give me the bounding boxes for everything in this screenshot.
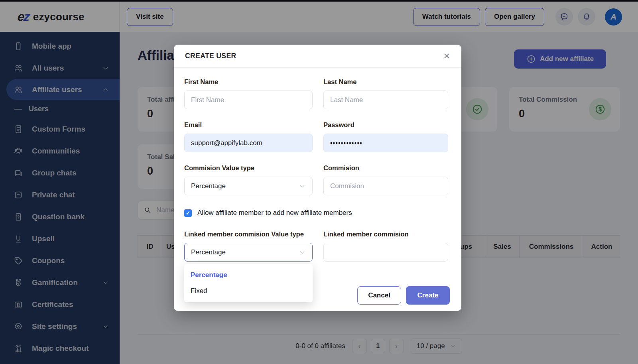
chevron-down-icon xyxy=(299,183,306,190)
allow-affiliate-label: Allow affiliate member to add new affili… xyxy=(197,209,352,217)
cancel-button[interactable]: Cancel xyxy=(357,286,401,305)
first-name-field: First Name xyxy=(184,78,313,109)
modal-footer: Cancel Create xyxy=(357,286,450,305)
linked-commission-label: Linked member commision xyxy=(323,230,448,238)
app-window: ez ezycourse Visit site Watch tutorials … xyxy=(0,0,638,364)
linked-type-select[interactable]: Percentage xyxy=(184,243,313,262)
allow-affiliate-checkbox[interactable]: ✓ xyxy=(184,209,192,217)
close-icon[interactable]: ✕ xyxy=(443,51,450,61)
linked-type-label: Linked member commision Value type xyxy=(184,230,313,238)
first-name-input[interactable] xyxy=(184,91,313,109)
password-field: Password •••••••••••• xyxy=(323,121,448,152)
dropdown-option-fixed[interactable]: Fixed xyxy=(184,283,313,299)
linked-commission-field: Linked member commision xyxy=(323,230,448,262)
create-user-modal: CREATE USER ✕ First Name Last Name Email… xyxy=(174,45,461,311)
create-button[interactable]: Create xyxy=(406,286,450,305)
last-name-label: Last Name xyxy=(323,78,448,86)
modal-header: CREATE USER ✕ xyxy=(174,45,461,68)
first-name-label: First Name xyxy=(184,78,313,86)
password-label: Password xyxy=(323,121,448,129)
commission-field: Commision xyxy=(323,164,448,195)
commission-input[interactable] xyxy=(323,177,448,195)
commission-type-field: Commision Value type Percentage xyxy=(184,164,313,195)
chevron-down-icon xyxy=(299,249,306,256)
allow-affiliate-row: ✓ Allow affiliate member to add new affi… xyxy=(184,209,448,217)
email-label: Email xyxy=(184,121,313,129)
email-field: Email xyxy=(184,121,313,152)
email-input[interactable] xyxy=(184,134,313,152)
dropdown-option-percentage[interactable]: Percentage xyxy=(184,267,313,283)
modal-body: First Name Last Name Email Password ••••… xyxy=(174,68,461,273)
modal-title: CREATE USER xyxy=(185,52,236,60)
commission-label: Commision xyxy=(323,164,448,172)
commission-type-label: Commision Value type xyxy=(184,164,313,172)
last-name-field: Last Name xyxy=(323,78,448,109)
commission-type-select[interactable]: Percentage xyxy=(184,177,313,195)
last-name-input[interactable] xyxy=(323,91,448,109)
linked-commission-input[interactable] xyxy=(323,243,448,262)
password-input[interactable]: •••••••••••• xyxy=(323,134,448,152)
linked-type-field: Linked member commision Value type Perce… xyxy=(184,230,313,262)
linked-type-dropdown: Percentage Fixed xyxy=(184,264,313,302)
